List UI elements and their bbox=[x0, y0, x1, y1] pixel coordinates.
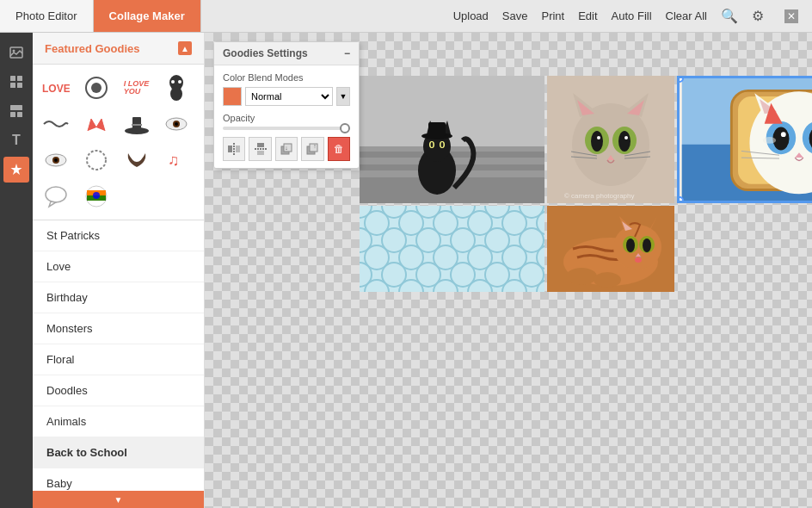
svg-rect-6 bbox=[10, 105, 22, 110]
settings-button[interactable]: ⚙ bbox=[752, 8, 764, 24]
goodies-settings-panel: Goodies Settings − Color Blend Modes Nor… bbox=[213, 41, 360, 169]
edit-button[interactable]: Edit bbox=[578, 9, 597, 22]
tool-sticker[interactable] bbox=[3, 157, 29, 183]
goodie-love-text[interactable]: I LOVEYOU bbox=[120, 71, 153, 104]
sidebar-item-back-to-school[interactable]: Back to School bbox=[33, 437, 204, 468]
svg-point-27 bbox=[46, 187, 66, 202]
goodie-eye2[interactable] bbox=[40, 144, 72, 177]
minimize-settings-button[interactable]: − bbox=[344, 47, 350, 59]
bring-forward-button[interactable]: ↑ bbox=[301, 137, 323, 161]
svg-point-15 bbox=[178, 80, 181, 84]
svg-rect-2 bbox=[10, 76, 15, 81]
sidebar-item-animals[interactable]: Animals bbox=[33, 406, 204, 437]
delete-sticker-button[interactable]: 🗑 bbox=[328, 137, 350, 161]
sidebar-item-love[interactable]: Love bbox=[33, 251, 204, 282]
svg-rect-5 bbox=[17, 83, 22, 88]
flip-vertical-button[interactable] bbox=[249, 137, 271, 161]
title-bar: Photo Editor Collage Maker Upload Save P… bbox=[0, 0, 812, 33]
goodie-squiggle[interactable] bbox=[40, 108, 72, 140]
send-backward-button[interactable]: ↓ bbox=[275, 137, 298, 161]
svg-point-1 bbox=[13, 50, 15, 53]
sidebar-item-floral[interactable]: Floral bbox=[33, 344, 204, 375]
sidebar-item-baby[interactable]: Baby bbox=[33, 468, 204, 491]
svg-rect-3 bbox=[17, 76, 22, 81]
flip-horizontal-button[interactable] bbox=[223, 137, 245, 161]
tool-image[interactable] bbox=[3, 40, 29, 65]
svg-point-14 bbox=[171, 80, 175, 84]
photo-cell-kitten[interactable]: © camera photography bbox=[547, 76, 674, 203]
tool-grid[interactable] bbox=[3, 69, 29, 95]
tool-layout[interactable] bbox=[3, 98, 29, 124]
goodie-music[interactable]: ♫ bbox=[160, 144, 193, 177]
svg-rect-0 bbox=[10, 47, 22, 58]
title-bar-actions: Upload Save Print Edit Auto Fill Clear A… bbox=[453, 8, 812, 24]
svg-text:↓: ↓ bbox=[285, 145, 288, 151]
tool-text[interactable]: T bbox=[3, 127, 29, 153]
sidebar-header: Featured Goodies ▲ bbox=[33, 33, 204, 65]
blend-mode-select[interactable]: Normal Multiply Screen Overlay bbox=[245, 87, 333, 106]
svg-point-25 bbox=[87, 151, 106, 170]
svg-point-99 bbox=[763, 137, 776, 144]
svg-rect-32 bbox=[228, 146, 232, 152]
tab-photo-editor[interactable]: Photo Editor bbox=[0, 0, 94, 32]
tab-collage-maker[interactable]: Collage Maker bbox=[94, 0, 201, 32]
goodie-flag[interactable] bbox=[80, 180, 113, 213]
photo-cell-bw-cat[interactable] bbox=[360, 76, 544, 203]
sidebar-item-monsters[interactable]: Monsters bbox=[33, 313, 204, 344]
save-button[interactable]: Save bbox=[502, 9, 528, 22]
photo-cell-pattern[interactable] bbox=[360, 206, 544, 292]
left-toolbar: T bbox=[0, 33, 33, 508]
photo-cell-bread-cat[interactable]: ↻ ✎ 🗑 bbox=[677, 76, 812, 203]
goodie-speech[interactable] bbox=[40, 180, 72, 213]
svg-point-31 bbox=[93, 192, 100, 199]
svg-rect-8 bbox=[17, 112, 22, 117]
sidebar-item-st-patricks[interactable]: St Patricks bbox=[33, 220, 204, 251]
svg-point-118 bbox=[626, 239, 635, 252]
goodie-circle[interactable] bbox=[80, 144, 113, 177]
sidebar-scroll-down[interactable]: ▼ bbox=[33, 491, 204, 508]
svg-point-119 bbox=[643, 239, 651, 252]
svg-text:↑: ↑ bbox=[314, 143, 317, 149]
search-button[interactable]: 🔍 bbox=[721, 8, 738, 24]
svg-point-121 bbox=[635, 257, 642, 263]
upload-button[interactable]: Upload bbox=[453, 9, 489, 22]
sidebar-item-doodles[interactable]: Doodles bbox=[33, 375, 204, 406]
svg-rect-59 bbox=[428, 122, 446, 136]
svg-point-21 bbox=[175, 122, 178, 126]
sidebar: Featured Goodies ▲ LOVE I LOVEYOU bbox=[33, 33, 205, 508]
svg-rect-35 bbox=[257, 143, 264, 147]
canvas-area[interactable]: Goodies Settings − Color Blend Modes Nor… bbox=[205, 33, 812, 508]
svg-rect-18 bbox=[132, 124, 142, 126]
svg-point-123 bbox=[594, 272, 621, 288]
print-button[interactable]: Print bbox=[541, 9, 564, 22]
goodie-love[interactable]: LOVE bbox=[40, 71, 72, 104]
svg-point-72 bbox=[624, 136, 628, 139]
close-button[interactable]: ✕ bbox=[784, 9, 798, 23]
opacity-slider-thumb[interactable] bbox=[340, 123, 350, 133]
goodie-eye1[interactable] bbox=[160, 108, 193, 140]
sidebar-scroll-up[interactable]: ▲ bbox=[178, 41, 192, 55]
svg-point-92 bbox=[781, 132, 786, 137]
blend-mode-row: Normal Multiply Screen Overlay ▼ bbox=[223, 87, 350, 106]
goodie-ninja[interactable] bbox=[160, 71, 193, 104]
svg-point-71 bbox=[597, 136, 600, 139]
blend-mode-dropdown-arrow[interactable]: ▼ bbox=[336, 87, 350, 106]
svg-rect-4 bbox=[10, 83, 15, 88]
sidebar-item-birthday[interactable]: Birthday bbox=[33, 282, 204, 313]
svg-point-69 bbox=[591, 131, 603, 152]
auto-fill-button[interactable]: Auto Fill bbox=[612, 9, 652, 22]
goodie-splash[interactable] bbox=[80, 71, 113, 104]
svg-point-11 bbox=[91, 83, 102, 93]
clear-all-button[interactable]: Clear All bbox=[666, 9, 707, 22]
color-swatch[interactable] bbox=[223, 87, 242, 106]
photo-cell-tabby[interactable] bbox=[547, 206, 674, 292]
svg-rect-107 bbox=[360, 206, 544, 292]
opacity-slider[interactable] bbox=[223, 127, 350, 130]
goodie-hat[interactable] bbox=[120, 108, 153, 140]
goodie-beard[interactable] bbox=[120, 144, 153, 177]
svg-rect-7 bbox=[10, 112, 15, 117]
resize-handle-bottom-left[interactable] bbox=[677, 196, 684, 203]
settings-panel-header: Goodies Settings − bbox=[214, 42, 359, 65]
svg-text:© camera photography: © camera photography bbox=[564, 192, 635, 200]
goodie-horns[interactable] bbox=[80, 108, 113, 140]
